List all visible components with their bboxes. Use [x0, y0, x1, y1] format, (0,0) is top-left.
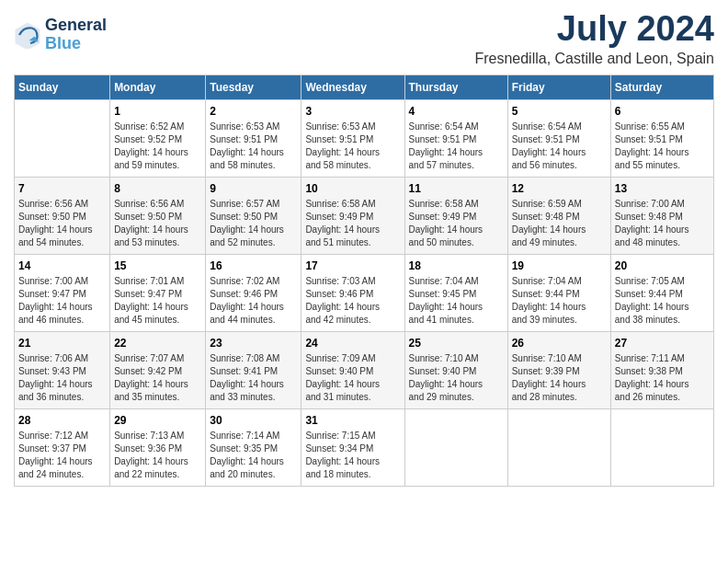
- day-info: Sunrise: 7:07 AM Sunset: 9:42 PM Dayligh…: [114, 352, 201, 404]
- logo: GeneralBlue: [14, 17, 107, 53]
- day-number: 4: [409, 105, 504, 118]
- day-info: Sunrise: 6:59 AM Sunset: 9:48 PM Dayligh…: [512, 198, 607, 249]
- day-info: Sunrise: 6:58 AM Sunset: 9:49 PM Dayligh…: [305, 198, 400, 249]
- day-info: Sunrise: 7:10 AM Sunset: 9:40 PM Dayligh…: [409, 352, 504, 404]
- calendar-cell: 7Sunrise: 6:56 AM Sunset: 9:50 PM Daylig…: [15, 178, 110, 255]
- day-info: Sunrise: 7:09 AM Sunset: 9:40 PM Dayligh…: [305, 352, 400, 404]
- day-info: Sunrise: 6:57 AM Sunset: 9:50 PM Dayligh…: [210, 198, 297, 249]
- day-number: 7: [18, 182, 106, 195]
- calendar-cell: 20Sunrise: 7:05 AM Sunset: 9:44 PM Dayli…: [610, 255, 713, 332]
- header-saturday: Saturday: [610, 75, 713, 100]
- day-number: 31: [305, 414, 400, 427]
- day-number: 14: [18, 259, 106, 272]
- day-info: Sunrise: 6:58 AM Sunset: 9:49 PM Dayligh…: [409, 198, 504, 249]
- day-number: 23: [210, 337, 297, 350]
- day-info: Sunrise: 7:03 AM Sunset: 9:46 PM Dayligh…: [305, 275, 400, 327]
- calendar-cell: 27Sunrise: 7:11 AM Sunset: 9:38 PM Dayli…: [610, 332, 713, 409]
- day-info: Sunrise: 6:55 AM Sunset: 9:51 PM Dayligh…: [615, 121, 710, 172]
- day-info: Sunrise: 7:11 AM Sunset: 9:38 PM Dayligh…: [615, 352, 710, 404]
- calendar-week-1: 1Sunrise: 6:52 AM Sunset: 9:52 PM Daylig…: [15, 100, 714, 178]
- day-info: Sunrise: 7:04 AM Sunset: 9:45 PM Dayligh…: [409, 275, 504, 327]
- day-info: Sunrise: 7:13 AM Sunset: 9:36 PM Dayligh…: [114, 430, 201, 481]
- main-title: July 2024: [474, 9, 714, 49]
- calendar-cell: 29Sunrise: 7:13 AM Sunset: 9:36 PM Dayli…: [110, 409, 206, 487]
- day-info: Sunrise: 6:52 AM Sunset: 9:52 PM Dayligh…: [114, 121, 201, 172]
- calendar-cell: 6Sunrise: 6:55 AM Sunset: 9:51 PM Daylig…: [610, 100, 713, 178]
- day-number: 10: [305, 182, 400, 195]
- day-info: Sunrise: 6:54 AM Sunset: 9:51 PM Dayligh…: [409, 121, 504, 172]
- day-number: 25: [409, 337, 504, 350]
- day-info: Sunrise: 7:00 AM Sunset: 9:47 PM Dayligh…: [18, 275, 106, 327]
- day-info: Sunrise: 6:56 AM Sunset: 9:50 PM Dayligh…: [18, 198, 106, 249]
- calendar-cell: 19Sunrise: 7:04 AM Sunset: 9:44 PM Dayli…: [507, 255, 610, 332]
- calendar-cell: [507, 409, 610, 487]
- calendar-cell: 23Sunrise: 7:08 AM Sunset: 9:41 PM Dayli…: [206, 332, 301, 409]
- subtitle: Fresnedilla, Castille and Leon, Spain: [474, 51, 714, 67]
- calendar-cell: 21Sunrise: 7:06 AM Sunset: 9:43 PM Dayli…: [15, 332, 110, 409]
- title-area: July 2024 Fresnedilla, Castille and Leon…: [474, 9, 714, 67]
- day-info: Sunrise: 7:15 AM Sunset: 9:34 PM Dayligh…: [305, 430, 400, 481]
- day-number: 1: [114, 105, 201, 118]
- day-info: Sunrise: 7:10 AM Sunset: 9:39 PM Dayligh…: [512, 352, 607, 404]
- page-header: GeneralBlue July 2024 Fresnedilla, Casti…: [14, 9, 714, 67]
- header-row: Sunday Monday Tuesday Wednesday Thursday…: [15, 75, 714, 100]
- calendar-table: Sunday Monday Tuesday Wednesday Thursday…: [14, 75, 714, 487]
- day-info: Sunrise: 7:05 AM Sunset: 9:44 PM Dayligh…: [615, 275, 710, 327]
- day-number: 15: [114, 259, 201, 272]
- day-number: 13: [615, 182, 710, 195]
- calendar-cell: 31Sunrise: 7:15 AM Sunset: 9:34 PM Dayli…: [301, 409, 404, 487]
- day-number: 3: [305, 105, 400, 118]
- calendar-week-4: 21Sunrise: 7:06 AM Sunset: 9:43 PM Dayli…: [15, 332, 714, 409]
- day-number: 6: [615, 105, 710, 118]
- calendar-cell: [610, 409, 713, 487]
- calendar-cell: 4Sunrise: 6:54 AM Sunset: 9:51 PM Daylig…: [404, 100, 507, 178]
- calendar-cell: 15Sunrise: 7:01 AM Sunset: 9:47 PM Dayli…: [110, 255, 206, 332]
- calendar-cell: 25Sunrise: 7:10 AM Sunset: 9:40 PM Dayli…: [404, 332, 507, 409]
- calendar-week-3: 14Sunrise: 7:00 AM Sunset: 9:47 PM Dayli…: [15, 255, 714, 332]
- day-number: 18: [409, 259, 504, 272]
- calendar-cell: 9Sunrise: 6:57 AM Sunset: 9:50 PM Daylig…: [206, 178, 301, 255]
- calendar-cell: [15, 100, 110, 178]
- calendar-cell: 2Sunrise: 6:53 AM Sunset: 9:51 PM Daylig…: [206, 100, 301, 178]
- day-number: 21: [18, 337, 106, 350]
- day-info: Sunrise: 7:06 AM Sunset: 9:43 PM Dayligh…: [18, 352, 106, 404]
- day-info: Sunrise: 7:12 AM Sunset: 9:37 PM Dayligh…: [18, 430, 106, 481]
- calendar-cell: 11Sunrise: 6:58 AM Sunset: 9:49 PM Dayli…: [404, 178, 507, 255]
- day-info: Sunrise: 7:08 AM Sunset: 9:41 PM Dayligh…: [210, 352, 297, 404]
- day-number: 30: [210, 414, 297, 427]
- calendar-cell: 14Sunrise: 7:00 AM Sunset: 9:47 PM Dayli…: [15, 255, 110, 332]
- header-monday: Monday: [110, 75, 206, 100]
- calendar-cell: 12Sunrise: 6:59 AM Sunset: 9:48 PM Dayli…: [507, 178, 610, 255]
- calendar-cell: 10Sunrise: 6:58 AM Sunset: 9:49 PM Dayli…: [301, 178, 404, 255]
- day-info: Sunrise: 7:04 AM Sunset: 9:44 PM Dayligh…: [512, 275, 607, 327]
- day-number: 9: [210, 182, 297, 195]
- day-number: 29: [114, 414, 201, 427]
- calendar-week-5: 28Sunrise: 7:12 AM Sunset: 9:37 PM Dayli…: [15, 409, 714, 487]
- calendar-cell: 13Sunrise: 7:00 AM Sunset: 9:48 PM Dayli…: [610, 178, 713, 255]
- calendar-cell: 24Sunrise: 7:09 AM Sunset: 9:40 PM Dayli…: [301, 332, 404, 409]
- day-number: 26: [512, 337, 607, 350]
- day-info: Sunrise: 6:53 AM Sunset: 9:51 PM Dayligh…: [305, 121, 400, 172]
- day-info: Sunrise: 6:54 AM Sunset: 9:51 PM Dayligh…: [512, 121, 607, 172]
- calendar-cell: 5Sunrise: 6:54 AM Sunset: 9:51 PM Daylig…: [507, 100, 610, 178]
- calendar-cell: 3Sunrise: 6:53 AM Sunset: 9:51 PM Daylig…: [301, 100, 404, 178]
- day-number: 17: [305, 259, 400, 272]
- calendar-cell: [404, 409, 507, 487]
- header-friday: Friday: [507, 75, 610, 100]
- day-number: 8: [114, 182, 201, 195]
- day-number: 11: [409, 182, 504, 195]
- day-number: 24: [305, 337, 400, 350]
- logo-text: GeneralBlue: [45, 17, 107, 53]
- header-sunday: Sunday: [15, 75, 110, 100]
- day-number: 2: [210, 105, 297, 118]
- header-tuesday: Tuesday: [206, 75, 301, 100]
- day-info: Sunrise: 7:00 AM Sunset: 9:48 PM Dayligh…: [615, 198, 710, 249]
- day-number: 27: [615, 337, 710, 350]
- calendar-cell: 8Sunrise: 6:56 AM Sunset: 9:50 PM Daylig…: [110, 178, 206, 255]
- calendar-cell: 17Sunrise: 7:03 AM Sunset: 9:46 PM Dayli…: [301, 255, 404, 332]
- calendar-cell: 1Sunrise: 6:52 AM Sunset: 9:52 PM Daylig…: [110, 100, 206, 178]
- day-info: Sunrise: 7:14 AM Sunset: 9:35 PM Dayligh…: [210, 430, 297, 481]
- day-number: 20: [615, 259, 710, 272]
- calendar-cell: 18Sunrise: 7:04 AM Sunset: 9:45 PM Dayli…: [404, 255, 507, 332]
- day-info: Sunrise: 6:53 AM Sunset: 9:51 PM Dayligh…: [210, 121, 297, 172]
